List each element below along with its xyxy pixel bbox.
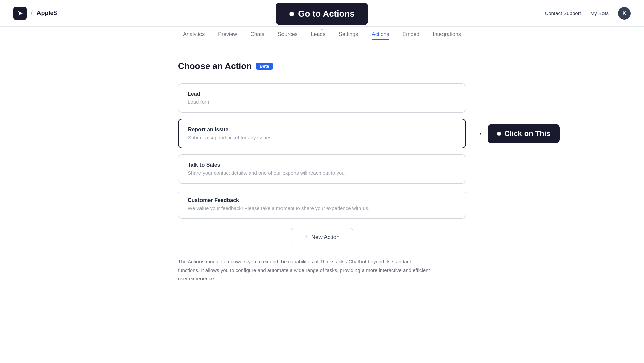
action-card-customer-feedback[interactable]: Customer Feedback We value your feedback… xyxy=(178,190,466,219)
goto-actions-label: Go to Actions xyxy=(298,9,354,19)
tab-settings[interactable]: Settings xyxy=(339,31,358,40)
page-header: Choose an Action Beta xyxy=(178,61,466,71)
click-on-this-label: Click on This xyxy=(504,129,550,138)
description-text: The Actions module empowers you to exten… xyxy=(178,257,432,283)
goto-actions-area: Go to Actions ↓ xyxy=(276,3,368,25)
logo-area: ➤ / Apple$ xyxy=(13,7,57,20)
new-action-label: New Action xyxy=(311,234,340,241)
logo-separator: / xyxy=(31,9,33,17)
logo-icon[interactable]: ➤ xyxy=(13,7,27,20)
arrow-down-icon: ↓ xyxy=(320,24,324,32)
click-tooltip-wrapper: Report an issue Submit a support ticket … xyxy=(178,119,466,148)
action-card-report-issue-desc: Submit a support ticket for any issues xyxy=(188,135,456,140)
action-card-talk-to-sales[interactable]: Talk to Sales Share your contact details… xyxy=(178,154,466,184)
header-right: Contact Support My Bots K xyxy=(545,7,631,20)
plus-icon: + xyxy=(304,234,308,241)
page-title: Choose an Action xyxy=(178,61,252,71)
header: ➤ / Apple$ Go to Actions ↓ Contact Suppo… xyxy=(0,0,644,27)
goto-actions-button[interactable]: Go to Actions xyxy=(276,3,368,25)
tab-analytics[interactable]: Analytics xyxy=(183,31,205,40)
goto-dot-icon xyxy=(289,12,294,16)
my-bots-link[interactable]: My Bots xyxy=(590,10,609,16)
action-card-talk-to-sales-desc: Share your contact details, and one of o… xyxy=(188,170,456,176)
avatar[interactable]: K xyxy=(618,7,631,20)
action-card-report-issue[interactable]: Report an issue Submit a support ticket … xyxy=(178,119,466,148)
click-on-this-tooltip: Click on This xyxy=(488,124,560,143)
action-card-lead-desc: Lead form xyxy=(188,99,456,105)
beta-badge: Beta xyxy=(256,63,273,70)
tab-embed[interactable]: Embed xyxy=(403,31,420,40)
app-name: Apple$ xyxy=(37,10,57,17)
action-card-talk-to-sales-title: Talk to Sales xyxy=(188,162,456,168)
main-content: Choose an Action Beta Lead Lead form Rep… xyxy=(171,44,473,300)
tab-sources[interactable]: Sources xyxy=(278,31,298,40)
action-card-lead[interactable]: Lead Lead form xyxy=(178,83,466,113)
tab-chats[interactable]: Chats xyxy=(250,31,264,40)
contact-support-link[interactable]: Contact Support xyxy=(545,10,581,16)
tab-integrations[interactable]: Integrations xyxy=(433,31,461,40)
tab-preview[interactable]: Preview xyxy=(218,31,237,40)
action-card-customer-feedback-title: Customer Feedback xyxy=(188,197,456,203)
action-card-report-issue-title: Report an issue xyxy=(188,127,456,133)
new-action-button[interactable]: + New Action xyxy=(291,228,353,246)
tab-actions[interactable]: Actions xyxy=(372,31,389,40)
action-card-customer-feedback-desc: We value your feedback! Please take a mo… xyxy=(188,205,456,211)
click-tooltip-dot-icon xyxy=(497,132,501,136)
action-card-lead-title: Lead xyxy=(188,91,456,97)
tab-leads[interactable]: Leads xyxy=(311,31,326,40)
